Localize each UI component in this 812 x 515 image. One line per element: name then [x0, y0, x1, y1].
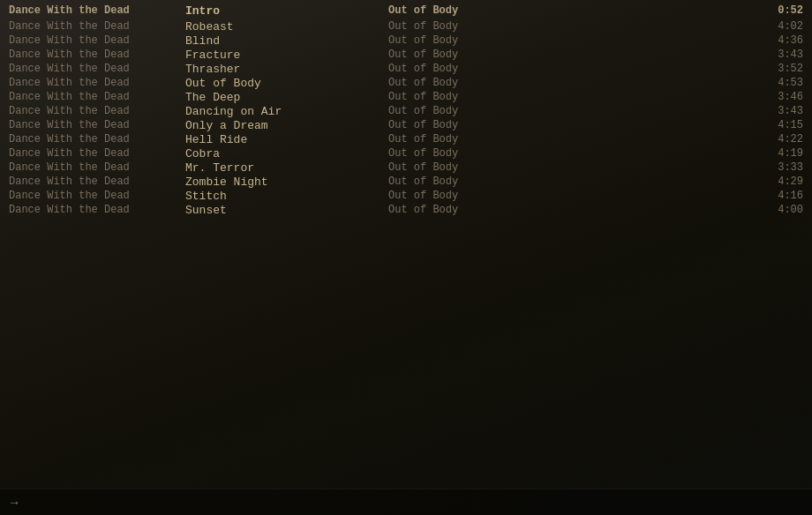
track-title: Mr. Terror: [185, 161, 388, 175]
track-artist: Dance With the Dead: [9, 20, 185, 33]
table-row[interactable]: Dance With the DeadMr. TerrorOut of Body…: [0, 160, 812, 175]
track-duration: 4:53: [750, 77, 803, 89]
table-row[interactable]: Dance With the DeadThe DeepOut of Body3:…: [0, 90, 812, 104]
track-artist: Dance With the Dead: [9, 91, 185, 103]
table-row[interactable]: Dance With the DeadCobraOut of Body4:19: [0, 146, 812, 160]
track-list: Dance With the Dead Intro Out of Body 0:…: [0, 0, 812, 220]
track-album: Out of Body: [388, 147, 750, 160]
table-row[interactable]: Dance With the DeadBlindOut of Body4:36: [0, 34, 812, 48]
track-artist: Dance With the Dead: [9, 49, 185, 61]
track-duration: 4:02: [750, 20, 803, 33]
track-album: Out of Body: [388, 49, 750, 61]
table-row[interactable]: Dance With the DeadOut of BodyOut of Bod…: [0, 76, 812, 90]
table-row[interactable]: Dance With the DeadStitchOut of Body4:16: [0, 189, 812, 203]
track-album: Out of Body: [388, 20, 750, 33]
track-artist: Dance With the Dead: [9, 204, 185, 216]
table-row[interactable]: Dance With the DeadFractureOut of Body3:…: [0, 48, 812, 62]
track-album: Out of Body: [388, 161, 750, 174]
track-title: Dancing on Air: [185, 105, 388, 118]
track-title: Hell Ride: [185, 133, 388, 146]
track-artist: Dance With the Dead: [9, 105, 185, 117]
header-album: Out of Body: [388, 4, 750, 17]
track-album: Out of Body: [388, 91, 750, 103]
track-artist: Dance With the Dead: [9, 77, 185, 89]
track-album: Out of Body: [388, 204, 750, 216]
track-album: Out of Body: [388, 175, 750, 188]
track-duration: 3:43: [750, 105, 803, 117]
track-duration: 3:43: [750, 49, 803, 61]
track-duration: 4:29: [750, 175, 803, 188]
track-artist: Dance With the Dead: [9, 119, 185, 131]
track-artist: Dance With the Dead: [9, 133, 185, 146]
header-title: Intro: [185, 4, 388, 18]
track-duration: 4:15: [750, 119, 803, 131]
header-duration: 0:52: [750, 4, 803, 17]
track-duration: 4:36: [750, 34, 803, 47]
track-title: Cobra: [185, 147, 388, 160]
track-duration: 3:33: [750, 161, 803, 174]
track-title: Sunset: [185, 204, 388, 217]
track-album: Out of Body: [388, 119, 750, 131]
track-artist: Dance With the Dead: [9, 175, 185, 188]
track-title: Thrasher: [185, 63, 388, 76]
header-artist: Dance With the Dead: [9, 4, 185, 17]
track-list-header: Dance With the Dead Intro Out of Body 0:…: [0, 4, 812, 18]
track-title: Blind: [185, 34, 388, 48]
track-album: Out of Body: [388, 133, 750, 146]
track-album: Out of Body: [388, 190, 750, 202]
track-duration: 4:22: [750, 133, 803, 146]
table-row[interactable]: Dance With the DeadZombie NightOut of Bo…: [0, 175, 812, 189]
table-row[interactable]: Dance With the DeadThrasherOut of Body3:…: [0, 62, 812, 76]
bottom-bar: →: [0, 489, 812, 515]
track-title: Fracture: [185, 49, 388, 62]
track-album: Out of Body: [388, 105, 750, 117]
track-duration: 3:46: [750, 91, 803, 103]
table-row[interactable]: Dance With the DeadSunsetOut of Body4:00: [0, 203, 812, 217]
track-album: Out of Body: [388, 34, 750, 47]
track-duration: 4:00: [750, 204, 803, 216]
arrow-icon: →: [11, 496, 18, 510]
table-row[interactable]: Dance With the DeadHell RideOut of Body4…: [0, 132, 812, 146]
track-title: Stitch: [185, 190, 388, 203]
track-title: The Deep: [185, 91, 388, 104]
table-row[interactable]: Dance With the DeadDancing on AirOut of …: [0, 104, 812, 118]
track-artist: Dance With the Dead: [9, 190, 185, 202]
track-duration: 3:52: [750, 63, 803, 75]
track-title: Only a Dream: [185, 119, 388, 132]
track-artist: Dance With the Dead: [9, 161, 185, 174]
table-row[interactable]: Dance With the DeadRobeastOut of Body4:0…: [0, 19, 812, 34]
track-artist: Dance With the Dead: [9, 147, 185, 160]
track-title: Out of Body: [185, 77, 388, 90]
track-artist: Dance With the Dead: [9, 63, 185, 75]
track-title: Robeast: [185, 20, 388, 34]
table-row[interactable]: Dance With the DeadOnly a DreamOut of Bo…: [0, 118, 812, 132]
track-duration: 4:16: [750, 190, 803, 202]
track-album: Out of Body: [388, 77, 750, 89]
track-title: Zombie Night: [185, 175, 388, 189]
track-duration: 4:19: [750, 147, 803, 160]
track-album: Out of Body: [388, 63, 750, 75]
track-artist: Dance With the Dead: [9, 34, 185, 47]
